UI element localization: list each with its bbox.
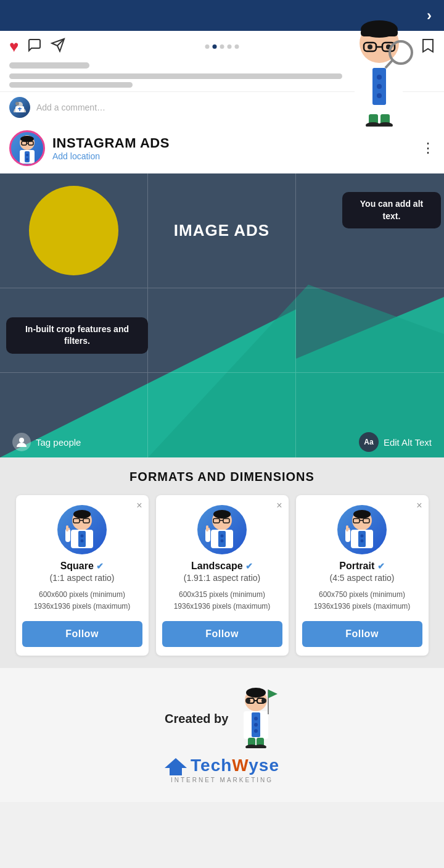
dot-1	[205, 44, 210, 49]
svg-point-82	[254, 723, 258, 727]
card-subtitle-portrait: (4:5 aspect ratio)	[302, 573, 422, 583]
formats-section: FORMATS AND DIMENSIONS ×	[0, 457, 444, 668]
card-pixels-landscape: 600x315 pixels (minimum) 1936x1936 pixel…	[162, 589, 282, 612]
svg-rect-64	[206, 528, 210, 530]
svg-point-12	[377, 75, 382, 80]
tooltip-alt: You can add alt text.	[342, 192, 441, 228]
grid-overlay: IMAGE ADS You can add alt text. In-built…	[0, 173, 444, 457]
verified-icon-landscape: ✔	[245, 561, 253, 571]
format-card-portrait: × Portrait ✔	[296, 495, 429, 656]
svg-point-46	[81, 540, 84, 543]
card-avatar-portrait	[337, 505, 387, 554]
svg-point-32	[26, 154, 28, 156]
formats-cards: ×	[6, 495, 438, 656]
svg-marker-94	[268, 690, 278, 698]
chat-icon[interactable]	[27, 38, 42, 56]
tag-people-button[interactable]: Tag people	[12, 433, 81, 451]
svg-rect-68	[358, 531, 366, 547]
tag-people-icon	[12, 433, 31, 451]
heart-icon[interactable]: ♥	[9, 37, 18, 56]
dot-3	[220, 44, 224, 49]
svg-rect-20	[397, 71, 404, 93]
svg-point-54	[213, 510, 231, 519]
carousel-dots	[205, 44, 239, 49]
image-ads-section: IMAGE ADS You can add alt text. In-built…	[0, 173, 444, 457]
image-ads-bottom-bar: Tag people Aa Edit Alt Text	[0, 427, 444, 457]
svg-point-66	[353, 510, 371, 519]
logo-subtext: INTERNET MARKETING	[171, 777, 273, 783]
svg-point-18	[378, 122, 393, 127]
post-avatar	[9, 130, 45, 166]
dot-2	[213, 44, 217, 49]
bookmark-icon[interactable]	[421, 38, 435, 56]
card-avatar-square	[57, 505, 107, 554]
svg-point-42	[73, 510, 91, 519]
svg-rect-76	[346, 528, 350, 530]
comment-placeholder[interactable]: Add a comment…	[36, 102, 105, 112]
svg-point-78	[246, 688, 266, 698]
svg-point-24	[15, 102, 19, 106]
card-subtitle-landscape: (1.91:1 aspect ratio)	[162, 573, 282, 583]
edit-alt-button[interactable]: Aa Edit Alt Text	[359, 432, 432, 452]
grid-cell-2: IMAGE ADS	[148, 173, 296, 288]
tooltip-crop: In-built crop features and filters.	[6, 317, 148, 354]
add-location[interactable]: Add location	[52, 151, 421, 161]
card-title-portrait: Portrait ✔	[302, 561, 422, 572]
grid-cell-5	[148, 288, 296, 373]
post-title-block: INSTAGRAM ADS Add location	[52, 135, 421, 161]
svg-point-14	[377, 93, 382, 98]
formats-title: FORMATS AND DIMENSIONS	[6, 470, 438, 484]
likes-bar	[9, 62, 89, 69]
svg-point-69	[361, 535, 364, 538]
svg-rect-56	[218, 531, 226, 547]
svg-rect-3	[361, 29, 398, 36]
grid-cell-4: In-built crop features and filters.	[0, 288, 148, 373]
card-title-square: Square ✔	[22, 561, 142, 572]
svg-point-87	[245, 698, 250, 703]
svg-point-58	[221, 540, 224, 543]
follow-button-landscape[interactable]: Follow	[162, 621, 282, 647]
comment-avatar	[9, 97, 30, 118]
aa-icon: Aa	[359, 432, 379, 452]
desc-bar-2	[9, 82, 133, 88]
techwyse-logo: TechWyse INTERNET MARKETING	[165, 756, 279, 783]
svg-point-81	[254, 717, 258, 720]
send-icon[interactable]	[51, 38, 65, 56]
grid-cell-6	[296, 288, 444, 373]
format-card-square: ×	[16, 495, 149, 656]
grid-cell-3: You can add alt text.	[296, 173, 444, 288]
post-more-icon[interactable]: ⋮	[421, 140, 435, 156]
footer-section: Created by	[0, 668, 444, 802]
image-ads-title: IMAGE ADS	[174, 221, 269, 240]
dot-4	[228, 44, 232, 49]
svg-point-40	[19, 438, 24, 443]
card-pixels-portrait: 600x750 pixels (minimum) 1936x1936 pixel…	[302, 589, 422, 612]
top-bar: ›	[0, 0, 444, 31]
dot-5	[235, 44, 239, 49]
created-by-row: Created by	[165, 686, 279, 783]
card-close-landscape[interactable]: ×	[276, 500, 282, 511]
svg-point-70	[361, 540, 364, 543]
verified-icon-square: ✔	[96, 561, 104, 571]
card-close-portrait[interactable]: ×	[416, 500, 422, 511]
format-card-landscape: × Landscape	[156, 495, 289, 656]
logo-body	[170, 767, 182, 775]
svg-point-13	[377, 84, 382, 89]
svg-rect-44	[78, 531, 86, 547]
svg-point-57	[221, 535, 224, 538]
card-close-square[interactable]: ×	[136, 500, 142, 511]
svg-rect-52	[66, 528, 70, 530]
post-header: INSTAGRAM ADS Add location ⋮	[0, 123, 444, 173]
svg-rect-19	[355, 71, 362, 96]
verified-icon-portrait: ✔	[377, 561, 385, 571]
desc-bar-1	[9, 73, 342, 79]
card-avatar-landscape	[197, 505, 247, 554]
follow-button-square[interactable]: Follow	[22, 621, 142, 647]
follow-button-portrait[interactable]: Follow	[302, 621, 422, 647]
top-bar-arrow[interactable]: ›	[427, 7, 432, 24]
card-pixels-square: 600x600 pixels (minimum) 1936x1936 pixel…	[22, 589, 142, 612]
edit-alt-label: Edit Alt Text	[384, 437, 432, 448]
svg-point-92	[254, 745, 266, 748]
svg-point-83	[254, 729, 258, 733]
logo-name: TechWyse	[191, 756, 279, 775]
